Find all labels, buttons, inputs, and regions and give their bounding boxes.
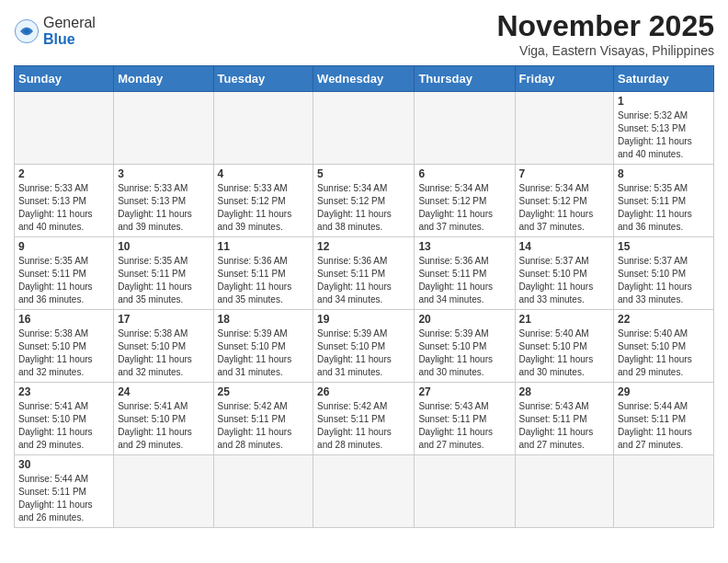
calendar-day-cell: 13Sunrise: 5:36 AMSunset: 5:11 PMDayligh…	[415, 237, 515, 310]
day-info: Sunrise: 5:33 AMSunset: 5:13 PMDaylight:…	[118, 182, 209, 234]
day-info: Sunrise: 5:35 AMSunset: 5:11 PMDaylight:…	[618, 182, 710, 234]
day-number: 16	[18, 313, 109, 326]
day-number: 13	[418, 240, 510, 253]
day-number: 21	[519, 313, 610, 326]
calendar-day-cell	[415, 455, 515, 528]
calendar: SundayMondayTuesdayWednesdayThursdayFrid…	[14, 65, 714, 528]
calendar-day-cell	[15, 92, 114, 165]
day-info: Sunrise: 5:36 AMSunset: 5:11 PMDaylight:…	[317, 255, 410, 306]
day-number: 8	[618, 167, 710, 180]
day-number: 23	[18, 385, 109, 398]
calendar-day-cell: 15Sunrise: 5:37 AMSunset: 5:10 PMDayligh…	[614, 237, 714, 310]
day-info: Sunrise: 5:33 AMSunset: 5:13 PMDaylight:…	[18, 182, 109, 234]
day-number: 14	[519, 240, 610, 253]
day-number: 2	[18, 167, 109, 180]
calendar-day-cell	[515, 92, 614, 165]
calendar-day-cell: 11Sunrise: 5:36 AMSunset: 5:11 PMDayligh…	[213, 237, 313, 310]
day-info: Sunrise: 5:40 AMSunset: 5:10 PMDaylight:…	[618, 327, 710, 379]
logo: General Blue	[14, 15, 96, 47]
title-area: November 2025 Viga, Eastern Visayas, Phi…	[496, 9, 714, 58]
calendar-day-cell: 21Sunrise: 5:40 AMSunset: 5:10 PMDayligh…	[515, 310, 614, 383]
calendar-day-cell: 1Sunrise: 5:32 AMSunset: 5:13 PMDaylight…	[614, 92, 714, 165]
calendar-day-cell: 3Sunrise: 5:33 AMSunset: 5:13 PMDaylight…	[114, 165, 213, 237]
calendar-day-cell: 25Sunrise: 5:42 AMSunset: 5:11 PMDayligh…	[213, 383, 313, 455]
calendar-day-cell	[313, 455, 415, 528]
calendar-header-row: SundayMondayTuesdayWednesdayThursdayFrid…	[15, 66, 714, 92]
day-number: 26	[317, 385, 410, 398]
day-number: 10	[118, 240, 209, 253]
calendar-day-cell	[114, 92, 213, 165]
logo-text: General Blue	[43, 15, 96, 47]
calendar-day-cell: 28Sunrise: 5:43 AMSunset: 5:11 PMDayligh…	[515, 383, 614, 455]
calendar-day-cell: 14Sunrise: 5:37 AMSunset: 5:10 PMDayligh…	[515, 237, 614, 310]
calendar-week-row: 1Sunrise: 5:32 AMSunset: 5:13 PMDaylight…	[15, 92, 714, 165]
day-info: Sunrise: 5:35 AMSunset: 5:11 PMDaylight:…	[118, 255, 209, 306]
day-number: 27	[418, 385, 510, 398]
day-info: Sunrise: 5:38 AMSunset: 5:10 PMDaylight:…	[18, 327, 109, 379]
calendar-day-cell: 6Sunrise: 5:34 AMSunset: 5:12 PMDaylight…	[415, 165, 515, 237]
day-number: 28	[519, 385, 610, 398]
day-info: Sunrise: 5:43 AMSunset: 5:11 PMDaylight:…	[519, 400, 610, 452]
calendar-day-cell: 5Sunrise: 5:34 AMSunset: 5:12 PMDaylight…	[313, 165, 415, 237]
calendar-day-cell: 7Sunrise: 5:34 AMSunset: 5:12 PMDaylight…	[515, 165, 614, 237]
calendar-day-cell	[213, 92, 313, 165]
day-info: Sunrise: 5:41 AMSunset: 5:10 PMDaylight:…	[18, 400, 109, 452]
day-info: Sunrise: 5:37 AMSunset: 5:10 PMDaylight:…	[519, 255, 610, 306]
day-number: 20	[418, 313, 510, 326]
day-number: 11	[218, 240, 310, 253]
day-number: 29	[618, 385, 710, 398]
day-of-week-header: Thursday	[415, 66, 515, 92]
calendar-day-cell	[415, 92, 515, 165]
day-info: Sunrise: 5:33 AMSunset: 5:12 PMDaylight:…	[218, 182, 310, 234]
day-number: 1	[618, 95, 710, 108]
calendar-week-row: 23Sunrise: 5:41 AMSunset: 5:10 PMDayligh…	[15, 383, 714, 455]
calendar-day-cell: 26Sunrise: 5:42 AMSunset: 5:11 PMDayligh…	[313, 383, 415, 455]
calendar-week-row: 9Sunrise: 5:35 AMSunset: 5:11 PMDaylight…	[15, 237, 714, 310]
calendar-day-cell	[213, 455, 313, 528]
day-info: Sunrise: 5:42 AMSunset: 5:11 PMDaylight:…	[218, 400, 310, 452]
day-info: Sunrise: 5:34 AMSunset: 5:12 PMDaylight:…	[519, 182, 610, 234]
day-number: 19	[317, 313, 410, 326]
day-info: Sunrise: 5:39 AMSunset: 5:10 PMDaylight:…	[317, 327, 410, 379]
day-info: Sunrise: 5:34 AMSunset: 5:12 PMDaylight:…	[317, 182, 410, 234]
calendar-day-cell: 19Sunrise: 5:39 AMSunset: 5:10 PMDayligh…	[313, 310, 415, 383]
day-info: Sunrise: 5:44 AMSunset: 5:11 PMDaylight:…	[618, 400, 710, 452]
day-number: 17	[118, 313, 209, 326]
day-info: Sunrise: 5:41 AMSunset: 5:10 PMDaylight:…	[118, 400, 209, 452]
day-info: Sunrise: 5:36 AMSunset: 5:11 PMDaylight:…	[418, 255, 510, 306]
day-info: Sunrise: 5:32 AMSunset: 5:13 PMDaylight:…	[618, 109, 710, 161]
day-number: 6	[418, 167, 510, 180]
day-of-week-header: Wednesday	[313, 66, 415, 92]
day-number: 15	[618, 240, 710, 253]
header: General Blue November 2025 Viga, Eastern…	[14, 9, 714, 58]
calendar-day-cell	[114, 455, 213, 528]
day-info: Sunrise: 5:43 AMSunset: 5:11 PMDaylight:…	[418, 400, 510, 452]
calendar-day-cell: 2Sunrise: 5:33 AMSunset: 5:13 PMDaylight…	[15, 165, 114, 237]
calendar-day-cell: 23Sunrise: 5:41 AMSunset: 5:10 PMDayligh…	[15, 383, 114, 455]
day-number: 24	[118, 385, 209, 398]
calendar-week-row: 30Sunrise: 5:44 AMSunset: 5:11 PMDayligh…	[15, 455, 714, 528]
day-number: 18	[218, 313, 310, 326]
calendar-day-cell: 18Sunrise: 5:39 AMSunset: 5:10 PMDayligh…	[213, 310, 313, 383]
calendar-day-cell: 24Sunrise: 5:41 AMSunset: 5:10 PMDayligh…	[114, 383, 213, 455]
day-of-week-header: Friday	[515, 66, 614, 92]
day-number: 9	[18, 240, 109, 253]
day-info: Sunrise: 5:39 AMSunset: 5:10 PMDaylight:…	[418, 327, 510, 379]
calendar-day-cell: 27Sunrise: 5:43 AMSunset: 5:11 PMDayligh…	[415, 383, 515, 455]
day-info: Sunrise: 5:44 AMSunset: 5:11 PMDaylight:…	[18, 473, 109, 524]
day-info: Sunrise: 5:39 AMSunset: 5:10 PMDaylight:…	[218, 327, 310, 379]
calendar-day-cell: 8Sunrise: 5:35 AMSunset: 5:11 PMDaylight…	[614, 165, 714, 237]
day-of-week-header: Monday	[114, 66, 213, 92]
day-info: Sunrise: 5:36 AMSunset: 5:11 PMDaylight:…	[218, 255, 310, 306]
day-of-week-header: Tuesday	[213, 66, 313, 92]
calendar-day-cell: 29Sunrise: 5:44 AMSunset: 5:11 PMDayligh…	[614, 383, 714, 455]
day-number: 12	[317, 240, 410, 253]
month-title: November 2025	[496, 9, 714, 43]
calendar-day-cell: 22Sunrise: 5:40 AMSunset: 5:10 PMDayligh…	[614, 310, 714, 383]
day-of-week-header: Saturday	[614, 66, 714, 92]
calendar-day-cell	[614, 455, 714, 528]
logo-icon	[14, 18, 40, 44]
calendar-day-cell: 16Sunrise: 5:38 AMSunset: 5:10 PMDayligh…	[15, 310, 114, 383]
day-info: Sunrise: 5:42 AMSunset: 5:11 PMDaylight:…	[317, 400, 410, 452]
day-of-week-header: Sunday	[15, 66, 114, 92]
